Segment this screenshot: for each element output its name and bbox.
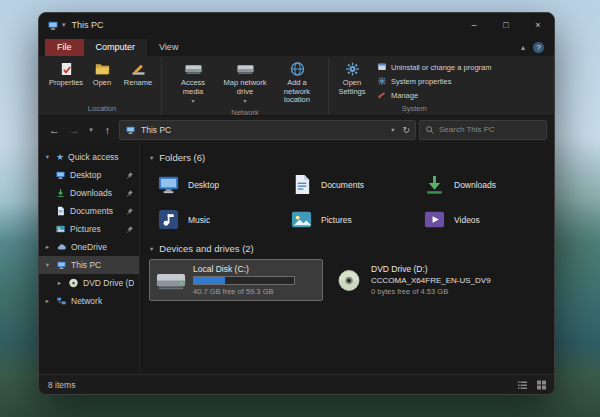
folder-tile-downloads[interactable]: Downloads — [416, 169, 544, 200]
add-network-location-button[interactable]: Add a network location — [271, 58, 323, 106]
quick-access-toolbar-dropdown-icon[interactable]: ▾ — [62, 21, 66, 29]
folder-name: Documents — [321, 180, 364, 190]
devices-section-header[interactable]: ▾ Devices and drives (2) — [150, 243, 546, 254]
refresh-icon[interactable]: ↻ — [399, 125, 410, 135]
rename-button[interactable]: Rename — [120, 58, 156, 89]
sidebar-item-pictures[interactable]: Pictures — [39, 220, 139, 238]
folders-header-label: Folders (6) — [159, 152, 205, 163]
chevron-down-icon[interactable]: ▾ — [43, 153, 52, 161]
folder-tile-music[interactable]: Music — [150, 204, 278, 235]
network-icon — [56, 296, 67, 306]
add-network-location-label: Add a network location — [274, 79, 320, 105]
this-pc-icon — [56, 260, 67, 270]
sidebar-item-network[interactable]: ▸ Network — [39, 292, 139, 310]
chevron-down-icon[interactable]: ▾ — [150, 245, 153, 253]
hard-drive-icon — [156, 268, 186, 293]
properties-button[interactable]: Properties — [48, 58, 84, 89]
desktop-wallpaper: ▾ This PC – □ × File Computer View ▴ ? — [0, 0, 600, 417]
chevron-right-icon[interactable]: ▸ — [43, 297, 52, 305]
folder-name: Desktop — [188, 180, 219, 190]
network-buttons: Access media ▾ Map network drive ▾ Add a… — [167, 58, 323, 106]
pin-icon — [125, 189, 134, 198]
tab-view[interactable]: View — [147, 39, 190, 56]
chevron-right-icon[interactable]: ▸ — [55, 279, 64, 287]
folder-tile-documents[interactable]: Documents — [283, 169, 411, 200]
sidebar-item-dvd-drive[interactable]: ▸ DVD Drive (D:) CCCO — [39, 274, 139, 292]
search-input[interactable] — [439, 125, 541, 134]
sidebar-item-quick-access[interactable]: ▾ ★ Quick access — [39, 148, 139, 166]
collapse-ribbon-icon[interactable]: ▴ — [521, 43, 525, 52]
folder-tile-pictures[interactable]: Pictures — [283, 204, 411, 235]
tab-computer[interactable]: Computer — [84, 39, 148, 56]
address-bar[interactable]: This PC ▾ ↻ — [119, 120, 416, 140]
open-settings-button[interactable]: Open Settings — [334, 58, 370, 97]
tab-file[interactable]: File — [45, 39, 84, 56]
forward-button[interactable]: → — [66, 121, 83, 139]
pin-icon — [125, 207, 134, 216]
map-network-drive-button[interactable]: Map network drive ▾ — [219, 58, 271, 106]
sidebar-item-this-pc[interactable]: ▾ This PC — [39, 256, 139, 274]
folder-tile-videos[interactable]: Videos — [416, 204, 544, 235]
titlebar: ▾ This PC – □ × — [39, 13, 554, 37]
search-icon — [425, 125, 435, 135]
folders-section-header[interactable]: ▾ Folders (6) — [150, 152, 546, 163]
close-button[interactable]: × — [522, 13, 554, 37]
item-count: 8 items — [48, 380, 75, 390]
chevron-down-icon[interactable]: ▾ — [43, 261, 52, 269]
chevron-right-icon[interactable]: ▸ — [43, 243, 52, 251]
open-button[interactable]: Open — [84, 58, 120, 89]
uninstall-program-button[interactable]: Uninstall or change a program — [374, 61, 494, 73]
address-text: This PC — [141, 125, 171, 135]
back-button[interactable]: ← — [46, 121, 63, 139]
file-explorer-window: ▾ This PC – □ × File Computer View ▴ ? — [38, 12, 555, 395]
drive-volume-label: CCCOMA_X64FRE_EN-US_DV9 — [371, 276, 491, 285]
this-pc-icon — [47, 20, 59, 31]
ribbon-group-system: Open Settings Uninstall or change a prog… — [328, 58, 499, 115]
ribbon-group-location: Properties Open Rename Location — [43, 58, 161, 115]
sidebar-item-documents[interactable]: Documents — [39, 202, 139, 220]
drives-grid: Local Disk (C:) 40.7 GB free of 59.3 GB … — [150, 260, 546, 300]
videos-folder-icon — [422, 208, 447, 231]
details-view-icon[interactable] — [516, 379, 529, 391]
sidebar-item-desktop[interactable]: Desktop — [39, 166, 139, 184]
manage-button[interactable]: Manage — [374, 89, 494, 101]
folders-grid: Desktop Documents Downloads Music — [150, 169, 546, 235]
folder-tile-desktop[interactable]: Desktop — [150, 169, 278, 200]
up-button[interactable]: ↑ — [99, 121, 116, 139]
access-media-dropdown-icon: ▾ — [191, 98, 194, 105]
uninstall-label: Uninstall or change a program — [391, 63, 491, 72]
system-small-buttons: Uninstall or change a program System pro… — [374, 58, 494, 101]
ribbon-tools: ▴ ? — [521, 42, 554, 56]
address-pc-icon — [125, 125, 136, 135]
downloads-folder-icon — [422, 173, 447, 196]
status-bar: 8 items — [39, 374, 554, 394]
pin-icon — [125, 225, 134, 234]
location-group-caption: Location — [48, 102, 156, 115]
media-drive-icon — [185, 61, 202, 77]
sidebar-item-onedrive[interactable]: ▸ OneDrive — [39, 238, 139, 256]
rename-label: Rename — [124, 79, 152, 88]
drive-tile-dvd-d[interactable]: DVD Drive (D:) CCCOMA_X64FRE_EN-US_DV9 0… — [328, 260, 500, 300]
sidebar-item-label: Desktop — [70, 170, 121, 180]
open-label: Open — [93, 79, 111, 88]
maximize-button[interactable]: □ — [490, 13, 522, 37]
sidebar-item-label: Pictures — [70, 224, 121, 234]
access-media-button[interactable]: Access media ▾ — [167, 58, 219, 106]
rename-icon — [130, 61, 147, 77]
drive-info: DVD Drive (D:) CCCOMA_X64FRE_EN-US_DV9 0… — [371, 264, 491, 296]
system-properties-button[interactable]: System properties — [374, 75, 494, 87]
drive-name: DVD Drive (D:) — [371, 264, 491, 274]
large-icons-view-icon[interactable] — [535, 379, 548, 391]
open-settings-label: Open Settings — [337, 79, 367, 96]
minimize-button[interactable]: – — [458, 13, 490, 37]
help-icon[interactable]: ? — [533, 42, 544, 53]
properties-icon — [58, 61, 75, 77]
chevron-down-icon[interactable]: ▾ — [150, 154, 153, 162]
address-dropdown-icon[interactable]: ▾ — [391, 126, 394, 134]
drive-tile-local-disk-c[interactable]: Local Disk (C:) 40.7 GB free of 59.3 GB — [150, 260, 322, 300]
explorer-body: ▾ ★ Quick access Desktop Downloads Docum… — [39, 143, 554, 374]
search-box[interactable] — [419, 120, 547, 140]
navigation-pane: ▾ ★ Quick access Desktop Downloads Docum… — [39, 143, 140, 374]
recent-locations-icon[interactable]: ▾ — [86, 121, 96, 139]
sidebar-item-downloads[interactable]: Downloads — [39, 184, 139, 202]
